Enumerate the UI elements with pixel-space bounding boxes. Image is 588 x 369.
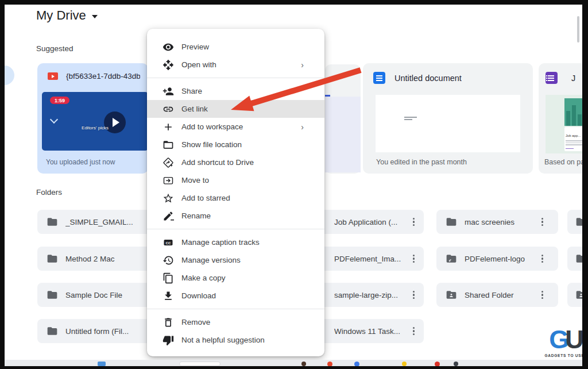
context-menu: Preview Open with › Share Get link Add t… (147, 29, 324, 356)
captions-icon: CC (163, 237, 174, 248)
add-shortcut-icon (163, 157, 174, 168)
more-options-button[interactable] (413, 324, 415, 339)
menu-item-add-to-starred[interactable]: Add to starred (147, 189, 324, 207)
folder-name: Method 2 Mac (65, 255, 115, 263)
folder-chip[interactable]: _SIMPLE_GMAIL... (37, 210, 152, 234)
more-options-button[interactable] (541, 251, 543, 267)
menu-item-get-link[interactable]: Get link (147, 100, 324, 118)
folder-chip[interactable]: PDFelement-logo (436, 247, 558, 271)
history-icon (163, 255, 174, 266)
taskbar-icon[interactable] (454, 362, 458, 366)
folder-name: Sample Doc File (65, 291, 122, 299)
folder-chip[interactable]: Untitled form (Fil... (37, 319, 152, 343)
folder-name: _SIMPLE_GMAIL... (65, 218, 133, 226)
folder-icon (47, 216, 58, 228)
taskbar-icon[interactable] (301, 362, 306, 366)
menu-item-not-helpful[interactable]: Not a helpful suggestion (147, 331, 324, 349)
screenshot-frame-right (582, 0, 588, 369)
document-card-title: Untitled document (394, 74, 462, 83)
screenshot-frame-top (0, 0, 588, 5)
menu-divider (147, 309, 324, 309)
menu-item-download[interactable]: Download (147, 287, 324, 305)
svg-text:CC: CC (165, 240, 171, 244)
vertical-scrollbar[interactable] (577, 16, 579, 43)
person-add-icon (163, 86, 174, 97)
video-card-caption: You uploaded just now (46, 158, 115, 166)
suggested-card-video[interactable]: {bf5633e1-7ddb-43db 1:59 Editors' picks … (37, 63, 148, 174)
shared-folder-icon (446, 289, 457, 301)
menu-item-make-a-copy[interactable]: Make a copy (147, 269, 324, 287)
suggested-heading: Suggested (36, 44, 74, 53)
menu-item-manage-versions[interactable]: Manage versions (147, 251, 324, 269)
duration-badge: 1:59 (50, 97, 69, 104)
plus-icon (163, 121, 174, 133)
folder-name: PDFelement-logo (465, 255, 525, 263)
menu-item-show-file-location[interactable]: Show file location (147, 136, 324, 153)
shortcut-folder-icon (446, 253, 457, 264)
folder-chip[interactable]: sample-large-zip... (310, 283, 424, 307)
hidden-card-preview (325, 97, 361, 172)
my-drive-dropdown[interactable]: My Drive (36, 8, 98, 23)
download-icon (163, 290, 174, 302)
link-icon (163, 103, 174, 115)
google-forms-icon (546, 72, 558, 84)
folder-chip[interactable]: PDFelement_Ima... (310, 247, 424, 271)
folder-name: mac screenies (465, 218, 514, 226)
taskbar-icon[interactable] (98, 362, 106, 366)
video-file-icon (48, 72, 58, 80)
menu-item-rename[interactable]: Rename (147, 207, 324, 225)
copy-icon (163, 272, 174, 284)
screenshot-frame-bottom (0, 366, 588, 369)
taskbar-search-sliver[interactable] (179, 362, 220, 366)
folder-icon (446, 216, 457, 228)
folders-heading: Folders (36, 188, 62, 197)
page-title: My Drive (36, 8, 86, 23)
folder-outline-icon (163, 139, 174, 151)
gadgets-to-use-watermark: GU GADGETS TO USE (544, 326, 585, 358)
more-options-button[interactable] (541, 287, 543, 303)
scroll-left-pill (5, 66, 14, 85)
folder-chip[interactable]: Windows 11 Task... (310, 319, 424, 343)
menu-item-add-shortcut[interactable]: Add shortcut to Drive (147, 153, 324, 171)
folder-name: Windows 11 Task... (334, 327, 400, 336)
google-docs-icon (373, 72, 385, 84)
more-options-button[interactable] (541, 214, 543, 230)
video-overlay-text: Editors' picks (42, 125, 148, 130)
menu-item-preview[interactable]: Preview (147, 38, 324, 56)
chevron-down-icon (50, 116, 58, 124)
folder-chip[interactable]: mac screenies (436, 210, 558, 234)
form-card-title: Job A (571, 74, 575, 83)
menu-item-remove[interactable]: Remove (147, 313, 324, 331)
folder-chip[interactable]: Method 2 Mac (37, 247, 152, 271)
menu-divider (147, 229, 324, 229)
more-options-button[interactable] (413, 214, 415, 230)
star-icon (163, 193, 174, 204)
pencil-icon (163, 210, 174, 222)
trash-icon (163, 317, 174, 328)
suggested-card-form[interactable]: Job A Job app... Based on past (539, 63, 583, 174)
document-card-caption: You edited in the past month (376, 158, 467, 166)
menu-item-move-to[interactable]: Move to (147, 171, 324, 189)
open-with-icon (163, 59, 174, 71)
folder-chip[interactable]: Job Application (... (310, 210, 424, 234)
taskbar-icon[interactable] (402, 362, 407, 366)
menu-item-manage-captions[interactable]: CC Manage caption tracks (147, 233, 324, 251)
menu-item-share[interactable]: Share (147, 82, 324, 100)
submenu-chevron-icon: › (301, 123, 304, 131)
menu-item-add-to-workspace[interactable]: Add to workspace › (147, 118, 324, 136)
suggested-card-document[interactable]: Untitled document You edited in the past… (363, 63, 533, 174)
more-options-button[interactable] (413, 287, 415, 303)
folder-icon (47, 253, 58, 264)
video-card-title: {bf5633e1-7ddb-43db (66, 72, 140, 80)
folder-chip[interactable]: Sample Doc File (37, 283, 152, 307)
menu-item-open-with[interactable]: Open with › (147, 56, 324, 74)
folder-name: sample-large-zip... (334, 291, 398, 299)
form-preview: Job app... (546, 95, 583, 153)
screenshot-frame-left (0, 0, 5, 369)
document-preview (376, 95, 520, 152)
folder-chip[interactable]: Shared Folder (436, 283, 558, 307)
video-thumbnail[interactable]: 1:59 Editors' picks (42, 92, 148, 151)
move-to-icon (163, 175, 174, 186)
more-options-button[interactable] (413, 251, 415, 267)
suggested-card-hidden-sliver[interactable] (325, 64, 361, 174)
